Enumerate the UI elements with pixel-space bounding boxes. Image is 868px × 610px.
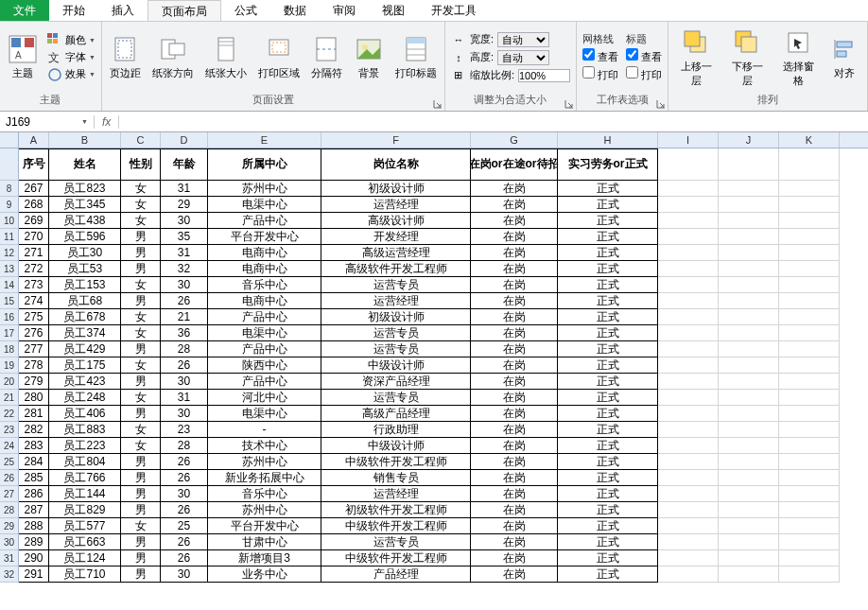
cell[interactable] — [719, 454, 779, 470]
row-header[interactable]: 17 — [0, 325, 19, 341]
cell[interactable]: 正式 — [558, 309, 658, 325]
tab-review[interactable]: 审阅 — [320, 0, 369, 21]
cell[interactable]: 在岗 — [471, 309, 558, 325]
cell[interactable]: 在岗 — [471, 422, 558, 438]
cell[interactable]: 中级软件开发工程师 — [321, 454, 471, 470]
column-header-H[interactable]: H — [558, 132, 658, 148]
cell[interactable] — [779, 374, 840, 390]
cell[interactable]: 29 — [161, 197, 208, 213]
cell[interactable] — [658, 518, 719, 534]
cell[interactable]: 员工374 — [49, 325, 121, 341]
cell[interactable] — [779, 341, 840, 357]
theme-fonts[interactable]: 文 字体▼ — [47, 50, 95, 65]
column-header-A[interactable]: A — [19, 132, 49, 148]
cell[interactable] — [779, 422, 840, 438]
cell[interactable] — [719, 181, 779, 197]
cell[interactable] — [779, 213, 840, 229]
cell[interactable]: 行政助理 — [321, 422, 471, 438]
cell[interactable]: 在岗 — [471, 534, 558, 550]
tab-developer[interactable]: 开发工具 — [418, 0, 490, 21]
cell[interactable] — [779, 454, 840, 470]
cell[interactable]: 25 — [161, 518, 208, 534]
cell[interactable]: 在岗 — [471, 197, 558, 213]
cell[interactable]: 电商中心 — [208, 293, 321, 309]
cell[interactable]: 员工766 — [49, 470, 121, 486]
tab-formulas[interactable]: 公式 — [221, 0, 270, 21]
cell[interactable]: 正式 — [558, 245, 658, 261]
cell[interactable]: 苏州中心 — [208, 181, 321, 197]
cell[interactable] — [658, 454, 719, 470]
cell[interactable] — [779, 325, 840, 341]
table-header-cell[interactable]: 姓名 — [49, 148, 121, 181]
cell[interactable]: 中级软件开发工程师 — [321, 518, 471, 534]
cell[interactable] — [719, 550, 779, 566]
cell[interactable]: 31 — [161, 181, 208, 197]
cell[interactable]: 平台开发中心 — [208, 229, 321, 245]
cell[interactable]: 业务中心 — [208, 566, 321, 583]
cell[interactable]: 电商中心 — [208, 245, 321, 261]
cell[interactable]: 运营经理 — [321, 293, 471, 309]
cell[interactable]: 30 — [161, 374, 208, 390]
cell[interactable]: 员工423 — [49, 374, 121, 390]
cell[interactable]: 正式 — [558, 422, 658, 438]
cell[interactable]: 员工804 — [49, 454, 121, 470]
cell[interactable]: 在岗 — [471, 341, 558, 357]
tab-file[interactable]: 文件 — [0, 0, 49, 21]
cell[interactable] — [658, 341, 719, 357]
cell[interactable]: 男 — [121, 470, 161, 486]
cell[interactable] — [779, 277, 840, 293]
cell[interactable] — [719, 470, 779, 486]
row-header[interactable]: 10 — [0, 213, 19, 229]
cell[interactable]: 员工144 — [49, 486, 121, 502]
row-header[interactable]: 30 — [0, 534, 19, 550]
select-all-corner[interactable] — [0, 132, 19, 148]
cell[interactable]: 31 — [161, 245, 208, 261]
cell[interactable] — [779, 534, 840, 550]
cell[interactable]: 初级设计师 — [321, 181, 471, 197]
cell[interactable] — [719, 534, 779, 550]
selection-pane-button[interactable]: 选择窗格 — [776, 26, 820, 90]
cell[interactable]: 21 — [161, 309, 208, 325]
cell[interactable]: 26 — [161, 357, 208, 374]
cell[interactable]: 正式 — [558, 438, 658, 454]
cell[interactable]: 男 — [121, 486, 161, 502]
cell[interactable]: 苏州中心 — [208, 454, 321, 470]
cell[interactable] — [719, 357, 779, 374]
cell[interactable]: 在岗 — [471, 374, 558, 390]
cell[interactable]: 282 — [19, 422, 49, 438]
margins-button[interactable]: 页边距 — [108, 32, 143, 82]
cell[interactable]: 26 — [161, 470, 208, 486]
cell[interactable]: 正式 — [558, 357, 658, 374]
cell[interactable] — [719, 518, 779, 534]
cell[interactable] — [658, 277, 719, 293]
table-header-cell[interactable]: 岗位名称 — [321, 148, 471, 181]
column-header-J[interactable]: J — [719, 132, 779, 148]
cell[interactable] — [719, 261, 779, 277]
page-setup-expand-icon[interactable] — [433, 99, 443, 109]
cell[interactable]: 291 — [19, 566, 49, 583]
cell[interactable]: - — [208, 422, 321, 438]
cell[interactable]: 女 — [121, 357, 161, 374]
cell[interactable]: 初级软件开发工程师 — [321, 502, 471, 518]
cell[interactable]: 男 — [121, 406, 161, 422]
cell[interactable] — [719, 486, 779, 502]
cell[interactable]: 员工30 — [49, 245, 121, 261]
print-titles-button[interactable]: 打印标题 — [393, 32, 439, 82]
cell[interactable]: 26 — [161, 534, 208, 550]
cell[interactable] — [658, 390, 719, 406]
cell[interactable] — [719, 502, 779, 518]
cell[interactable]: 在岗 — [471, 406, 558, 422]
cell[interactable] — [779, 293, 840, 309]
cell[interactable]: 正式 — [558, 534, 658, 550]
print-area-button[interactable]: 打印区域 — [256, 32, 302, 82]
cell[interactable]: 正式 — [558, 277, 658, 293]
row-header[interactable]: 11 — [0, 229, 19, 245]
cell[interactable] — [658, 229, 719, 245]
cell[interactable]: 运营专员 — [321, 341, 471, 357]
cell[interactable]: 在岗 — [471, 245, 558, 261]
cell[interactable] — [779, 390, 840, 406]
cell[interactable]: 正式 — [558, 470, 658, 486]
cell[interactable]: 36 — [161, 325, 208, 341]
name-box[interactable]: J169▼ — [0, 115, 95, 129]
cell[interactable]: 在岗 — [471, 390, 558, 406]
